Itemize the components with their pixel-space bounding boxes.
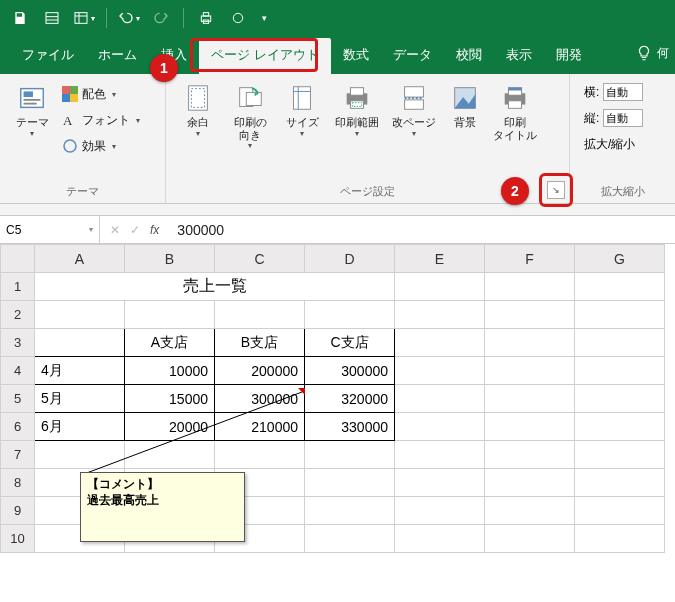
name-box[interactable]: C5 ▾ <box>0 216 100 243</box>
cell[interactable] <box>35 441 125 469</box>
cell[interactable] <box>395 497 485 525</box>
cell[interactable] <box>575 469 665 497</box>
cell[interactable] <box>485 469 575 497</box>
cell[interactable] <box>575 273 665 301</box>
cell[interactable] <box>575 301 665 329</box>
select-all-corner[interactable] <box>1 245 35 273</box>
row-header-3[interactable]: 3 <box>1 329 35 357</box>
cell[interactable] <box>395 273 485 301</box>
enter-edit-button[interactable]: ✓ <box>130 223 140 237</box>
cell[interactable] <box>485 413 575 441</box>
cell-b3[interactable]: A支店 <box>125 329 215 357</box>
tab-formulas[interactable]: 数式 <box>331 38 381 74</box>
tell-me-button[interactable]: 何 <box>635 44 669 62</box>
print-titles-button[interactable]: 印刷 タイトル <box>488 78 542 145</box>
cell-d3[interactable]: C支店 <box>305 329 395 357</box>
cell-b6[interactable]: 20000 <box>125 413 215 441</box>
qat-button-3[interactable]: ▾ <box>70 4 98 32</box>
colors-button[interactable]: 配色 ▾ <box>58 82 144 106</box>
row-header-10[interactable]: 10 <box>1 525 35 553</box>
orientation-button[interactable]: 印刷の 向き ▾ <box>224 78 276 154</box>
cell-c4[interactable]: 200000 <box>215 357 305 385</box>
cell-d6[interactable]: 330000 <box>305 413 395 441</box>
cell[interactable] <box>485 301 575 329</box>
cell[interactable] <box>125 441 215 469</box>
cell[interactable] <box>575 329 665 357</box>
row-header-8[interactable]: 8 <box>1 469 35 497</box>
cell[interactable] <box>575 525 665 553</box>
col-header-a[interactable]: A <box>35 245 125 273</box>
row-header-7[interactable]: 7 <box>1 441 35 469</box>
width-control[interactable]: 横: <box>576 80 647 104</box>
cell-a5[interactable]: 5月 <box>35 385 125 413</box>
undo-button[interactable]: ▾ <box>115 4 143 32</box>
tab-home[interactable]: ホーム <box>86 38 149 74</box>
cell-a6[interactable]: 6月 <box>35 413 125 441</box>
row-header-1[interactable]: 1 <box>1 273 35 301</box>
qat-button-2[interactable] <box>38 4 66 32</box>
background-button[interactable]: 背景 <box>442 78 488 133</box>
cell-b5[interactable]: 15000 <box>125 385 215 413</box>
cell[interactable] <box>575 413 665 441</box>
cancel-edit-button[interactable]: ✕ <box>110 223 120 237</box>
cell[interactable] <box>125 301 215 329</box>
comment-indicator[interactable] <box>298 388 305 395</box>
margins-button[interactable]: 余白 ▾ <box>172 78 224 142</box>
cell[interactable] <box>395 357 485 385</box>
height-control[interactable]: 縦: <box>576 106 647 130</box>
effects-button[interactable]: 効果 ▾ <box>58 134 144 158</box>
row-header-5[interactable]: 5 <box>1 385 35 413</box>
cell-d4[interactable]: 300000 <box>305 357 395 385</box>
tab-developer[interactable]: 開発 <box>544 38 594 74</box>
cell[interactable] <box>395 385 485 413</box>
cell-b4[interactable]: 10000 <box>125 357 215 385</box>
cell[interactable] <box>305 301 395 329</box>
page-setup-dialog-launcher[interactable]: ↘ <box>547 181 565 199</box>
fonts-button[interactable]: A フォント ▾ <box>58 108 144 132</box>
cell[interactable] <box>305 469 395 497</box>
qat-button-shape[interactable] <box>224 4 252 32</box>
col-header-d[interactable]: D <box>305 245 395 273</box>
comment-box[interactable]: 【コメント】 過去最高売上 <box>80 472 245 542</box>
tab-view[interactable]: 表示 <box>494 38 544 74</box>
row-header-9[interactable]: 9 <box>1 497 35 525</box>
worksheet[interactable]: A B C D E F G 1 売上一覧 2 3 A支店 B支店 C支店 4 4… <box>0 244 675 553</box>
cell[interactable] <box>395 441 485 469</box>
cell[interactable] <box>395 301 485 329</box>
insert-function-button[interactable]: fx <box>150 223 159 237</box>
themes-button[interactable]: テーマ ▾ <box>6 78 58 142</box>
cell[interactable] <box>35 301 125 329</box>
cell[interactable] <box>575 385 665 413</box>
tab-page-layout[interactable]: ページ レイアウト <box>199 38 331 74</box>
cell-d5[interactable]: 320000 <box>305 385 395 413</box>
cell[interactable] <box>485 273 575 301</box>
tab-file[interactable]: ファイル <box>10 38 86 74</box>
cell[interactable] <box>395 413 485 441</box>
cell[interactable] <box>485 357 575 385</box>
cell-c6[interactable]: 210000 <box>215 413 305 441</box>
size-button[interactable]: サイズ ▾ <box>276 78 328 142</box>
qat-customize-button[interactable]: ▾ <box>256 4 272 32</box>
cell-c3[interactable]: B支店 <box>215 329 305 357</box>
cell[interactable] <box>215 301 305 329</box>
cell[interactable] <box>485 329 575 357</box>
col-header-f[interactable]: F <box>485 245 575 273</box>
cell[interactable] <box>575 441 665 469</box>
row-header-6[interactable]: 6 <box>1 413 35 441</box>
cell[interactable] <box>35 329 125 357</box>
tab-data[interactable]: データ <box>381 38 444 74</box>
col-header-c[interactable]: C <box>215 245 305 273</box>
redo-button[interactable] <box>147 4 175 32</box>
cell-a4[interactable]: 4月 <box>35 357 125 385</box>
cell-c5[interactable]: 300000 <box>215 385 305 413</box>
height-value[interactable] <box>603 109 643 127</box>
cell[interactable] <box>485 525 575 553</box>
width-value[interactable] <box>603 83 643 101</box>
cell[interactable] <box>305 441 395 469</box>
col-header-g[interactable]: G <box>575 245 665 273</box>
row-header-2[interactable]: 2 <box>1 301 35 329</box>
print-area-button[interactable]: 印刷範囲 ▾ <box>328 78 386 142</box>
cell[interactable] <box>215 441 305 469</box>
qat-button-quick-print[interactable] <box>192 4 220 32</box>
cell[interactable] <box>395 329 485 357</box>
